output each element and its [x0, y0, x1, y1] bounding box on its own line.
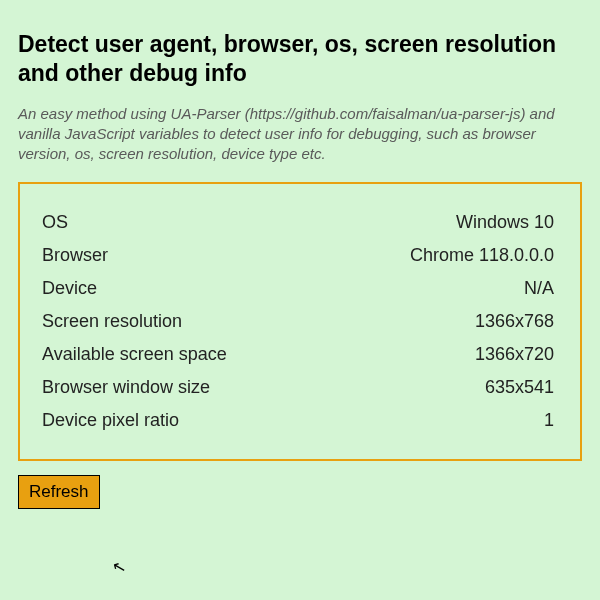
table-row: Device N/A: [42, 272, 554, 305]
table-row: Device pixel ratio 1: [42, 404, 554, 437]
table-row: Screen resolution 1366x768: [42, 305, 554, 338]
refresh-button[interactable]: Refresh: [18, 475, 100, 509]
table-row: OS Windows 10: [42, 206, 554, 239]
device-pixel-ratio-label: Device pixel ratio: [42, 410, 179, 431]
browser-window-size-value: 635x541: [485, 377, 554, 398]
os-label: OS: [42, 212, 68, 233]
table-row: Available screen space 1366x720: [42, 338, 554, 371]
screen-resolution-label: Screen resolution: [42, 311, 182, 332]
page-title: Detect user agent, browser, os, screen r…: [18, 30, 582, 88]
available-screen-space-label: Available screen space: [42, 344, 227, 365]
screen-resolution-value: 1366x768: [475, 311, 554, 332]
browser-value: Chrome 118.0.0.0: [410, 245, 554, 266]
device-label: Device: [42, 278, 97, 299]
os-value: Windows 10: [456, 212, 554, 233]
table-row: Browser Chrome 118.0.0.0: [42, 239, 554, 272]
browser-window-size-label: Browser window size: [42, 377, 210, 398]
device-value: N/A: [524, 278, 554, 299]
browser-label: Browser: [42, 245, 108, 266]
table-row: Browser window size 635x541: [42, 371, 554, 404]
cursor-icon: ↖: [110, 557, 127, 579]
info-box: OS Windows 10 Browser Chrome 118.0.0.0 D…: [18, 182, 582, 461]
available-screen-space-value: 1366x720: [475, 344, 554, 365]
device-pixel-ratio-value: 1: [544, 410, 554, 431]
page-subtitle: An easy method using UA-Parser (https://…: [18, 104, 582, 165]
